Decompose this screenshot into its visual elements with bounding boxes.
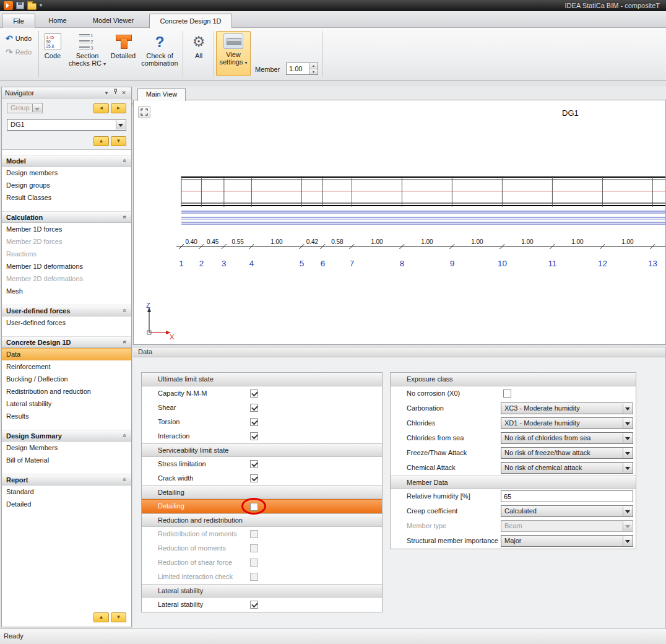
navigator-up-button[interactable]: ▲	[93, 612, 109, 622]
lateral-stability-checkbox[interactable]	[250, 601, 258, 609]
next-item-button[interactable]: ►	[111, 103, 126, 113]
interaction-checkbox[interactable]	[250, 432, 258, 440]
structural-member-importance-select[interactable]: Major	[501, 535, 633, 547]
header-member-data: Member Data	[391, 476, 636, 489]
nav-section-design-summary[interactable]: Design Summary «	[2, 430, 131, 442]
gear-icon: ⚙	[192, 33, 205, 50]
nav-section-concrete-design-1d[interactable]: Concrete Design 1D «	[2, 336, 131, 348]
chlorides-from-sea-select[interactable]: No risk of chlorides from sea	[501, 432, 633, 444]
nav-section-calculation[interactable]: Calculation «	[2, 211, 131, 223]
selected-value: Calculated	[504, 507, 537, 515]
tab-main-view[interactable]: Main View	[137, 88, 186, 101]
detailed-button[interactable]: Detailed	[109, 31, 137, 76]
code-icon-line: 25.8	[46, 44, 61, 48]
nav-item-report-standard[interactable]: Standard	[2, 485, 131, 498]
ribbon-separator	[38, 31, 39, 77]
lines-glyph	[79, 46, 90, 50]
row-carbonation: Carbonation XC3 - Moderate humidity	[391, 401, 636, 416]
main-view-canvas[interactable]: 0.400.450.551.000.420.581.001.001.001.00…	[133, 100, 666, 345]
ribbon-separator	[183, 31, 183, 77]
nav-item-mesh[interactable]: Mesh	[2, 285, 131, 297]
question-mark-icon: ?	[155, 33, 165, 50]
header-serviceability-limit-state: Serviceability limit state	[142, 443, 382, 457]
svg-text:0.45: 0.45	[207, 238, 219, 245]
spinner-down-icon[interactable]: ▼	[309, 69, 318, 75]
shear-checkbox[interactable]	[250, 404, 258, 412]
close-icon[interactable]: ✕	[119, 88, 128, 98]
nav-section-report[interactable]: Report «	[2, 474, 131, 485]
axis-triad-icon: Z X	[139, 302, 177, 341]
nav-item-redistribution-and-reduction[interactable]: Redistribution and reduction	[2, 385, 131, 398]
nav-item-design-members[interactable]: Design members	[2, 167, 131, 179]
section-checks-rc-button[interactable]: 1 2 3 Section checks RC ▾	[67, 31, 108, 76]
group-combo-label: Group	[11, 104, 30, 111]
relative-humidity-input[interactable]	[501, 490, 633, 502]
chlorides-select[interactable]: XD1 - Moderate humidity	[501, 417, 633, 429]
member-scale-spinner[interactable]: 1.00 ▲ ▼	[286, 63, 318, 75]
calculate-all-button[interactable]: ⚙ All	[185, 31, 212, 76]
check-of-combination-button[interactable]: ? Check of combination	[139, 31, 181, 76]
previous-item-button[interactable]: ◄	[93, 103, 109, 113]
app-logo-icon[interactable]	[4, 1, 13, 10]
nav-item-buckling-deflection[interactable]: Buckling / Deflection	[2, 373, 131, 385]
freeze-thaw-attack-select[interactable]: No risk of freeze/thaw attack	[501, 447, 633, 459]
save-icon[interactable]	[16, 2, 24, 9]
chemical-attack-select[interactable]: No risk of chemical attack	[501, 462, 633, 474]
capacity-nmm-checkbox[interactable]	[250, 389, 258, 398]
no-corrosion-checkbox[interactable]	[503, 389, 511, 398]
move-up-button[interactable]: ▲	[93, 136, 109, 146]
nav-item-data[interactable]: Data	[2, 348, 131, 360]
section-checks-icon: 1 2 3	[79, 33, 96, 50]
spinner-up-icon[interactable]: ▲	[309, 63, 318, 69]
quick-access-dropdown-icon[interactable]: ▾	[40, 0, 42, 11]
view-settings-button[interactable]: View settings ▾	[216, 31, 251, 76]
beam-view-icon	[223, 33, 243, 49]
spinner-buttons[interactable]: ▲ ▼	[309, 63, 318, 74]
nav-item-member-1d-forces[interactable]: Member 1D forces	[2, 223, 131, 235]
row-label: Freeze/Thaw Attack	[407, 446, 467, 460]
nav-item-design-groups[interactable]: Design groups	[2, 179, 131, 191]
ribbon-separator	[322, 31, 323, 77]
nav-item-lateral-stability[interactable]: Lateral stability	[2, 398, 131, 410]
panel-menu-icon[interactable]: ▾	[102, 88, 111, 98]
navigator-panel: Navigator ▾ ✕ Group ◄ ► DG1 ▲ ▼ M	[1, 87, 132, 627]
carbonation-select[interactable]: XC3 - Moderate humidity	[501, 402, 633, 414]
creep-coefficient-select[interactable]: Calculated	[501, 505, 633, 517]
tab-concrete-design-1d[interactable]: Concrete Design 1D	[149, 14, 232, 28]
undo-button[interactable]: ↶ Undo	[4, 33, 33, 43]
design-group-combo[interactable]: DG1	[7, 119, 126, 131]
torsion-checkbox[interactable]	[250, 418, 258, 426]
nav-section-user-defined-forces[interactable]: User-defined forces «	[2, 305, 131, 316]
nav-item-reinforcement[interactable]: Reinforcement	[2, 360, 131, 373]
code-icon-line: 90	[46, 40, 61, 44]
nav-item-member-1d-deformations[interactable]: Member 1D deformations	[2, 260, 131, 272]
stress-limitation-checkbox[interactable]	[250, 460, 258, 468]
collapse-chevron-icon: «	[122, 215, 129, 219]
row-label: Crack width	[158, 474, 193, 482]
navigator-down-button[interactable]: ▼	[111, 612, 126, 622]
svg-text:13: 13	[648, 259, 657, 268]
nav-item-user-defined-forces[interactable]: User-defined forces	[2, 316, 131, 329]
open-folder-icon[interactable]	[27, 3, 37, 10]
tab-file[interactable]: File	[2, 14, 35, 28]
svg-text:1.00: 1.00	[521, 238, 534, 245]
row-label: Chlorides	[407, 416, 435, 430]
tab-home[interactable]: Home	[38, 14, 77, 28]
move-down-button[interactable]: ▼	[111, 136, 126, 146]
detailing-checkbox[interactable]	[250, 503, 258, 511]
pin-icon[interactable]	[111, 88, 119, 98]
row-label: Relative humidity [%]	[407, 489, 470, 503]
tab-model-viewer[interactable]: Model Viewer	[79, 14, 148, 28]
data-panel-header: Data	[133, 347, 666, 357]
fit-to-view-button[interactable]	[138, 106, 150, 118]
nav-item-design-members-summary[interactable]: Design Members	[2, 442, 131, 454]
nav-item-report-detailed[interactable]: Detailed	[2, 498, 131, 510]
code-label: Code	[45, 52, 61, 59]
nav-item-results[interactable]: Results	[2, 410, 131, 422]
crack-width-checkbox[interactable]	[250, 474, 258, 482]
row-detailing[interactable]: Detailing	[142, 499, 382, 513]
nav-item-result-classes[interactable]: Result Classes	[2, 191, 131, 204]
nav-item-bill-of-material[interactable]: Bill of Material	[2, 454, 131, 466]
nav-section-model[interactable]: Model «	[2, 155, 131, 167]
code-button[interactable]: 1.45 90 25.8 Code	[40, 31, 66, 76]
